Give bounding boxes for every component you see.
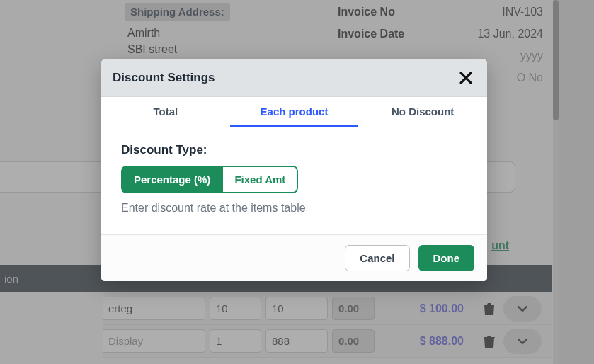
- tab-no-discount[interactable]: No Discount: [358, 97, 487, 127]
- discount-settings-modal: Discount Settings Total Each product No …: [101, 59, 487, 281]
- discount-type-label: Discount Type:: [121, 143, 467, 157]
- modal-header: Discount Settings: [101, 59, 487, 97]
- cancel-button[interactable]: Cancel: [345, 245, 409, 271]
- modal-title: Discount Settings: [113, 71, 215, 85]
- modal-footer: Cancel Done: [101, 234, 487, 281]
- modal-body: Discount Type: Percentage (%) Fixed Amt …: [101, 127, 487, 234]
- close-button[interactable]: [457, 69, 474, 86]
- close-icon: [459, 71, 473, 85]
- discount-hint: Enter discount rate at the items table: [121, 202, 467, 215]
- tab-total[interactable]: Total: [101, 97, 230, 127]
- done-button[interactable]: Done: [418, 245, 475, 271]
- discount-type-segment: Percentage (%) Fixed Amt: [121, 166, 298, 193]
- tabs: Total Each product No Discount: [101, 97, 487, 127]
- percentage-option[interactable]: Percentage (%): [121, 166, 223, 193]
- fixed-amount-option[interactable]: Fixed Amt: [223, 166, 298, 193]
- tab-each-product[interactable]: Each product: [230, 97, 359, 127]
